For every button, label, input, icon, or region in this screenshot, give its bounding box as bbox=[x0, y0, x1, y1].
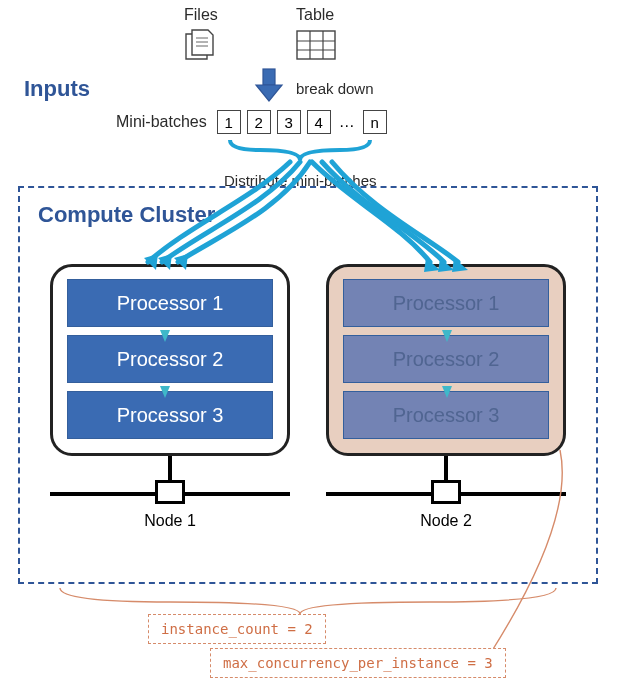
batch-box: 1 bbox=[217, 110, 241, 134]
node-1-label: Node 1 bbox=[50, 512, 290, 530]
compute-cluster-heading: Compute Cluster bbox=[38, 202, 578, 228]
node-2: Processor 1 Processor 2 Processor 3 bbox=[326, 264, 566, 496]
batch-box: 2 bbox=[247, 110, 271, 134]
files-label: Files bbox=[184, 6, 218, 24]
batch-box: 3 bbox=[277, 110, 301, 134]
node-stand bbox=[50, 456, 290, 496]
table-label: Table bbox=[296, 6, 334, 24]
processor-box: Processor 3 bbox=[343, 391, 549, 439]
processor-box: Processor 1 bbox=[343, 279, 549, 327]
break-down-label: break down bbox=[296, 80, 374, 97]
processor-box: Processor 1 bbox=[67, 279, 273, 327]
batch-box: 4 bbox=[307, 110, 331, 134]
table-icon bbox=[296, 30, 336, 60]
batch-box: n bbox=[363, 110, 387, 134]
batch-ellipsis: … bbox=[337, 113, 357, 131]
mini-batches-row: Mini-batches 1 2 3 4 … n bbox=[116, 110, 387, 134]
processor-box: Processor 2 bbox=[343, 335, 549, 383]
max-concurrency-annotation: max_concurrency_per_instance = 3 bbox=[210, 648, 506, 678]
compute-cluster-box: Compute Cluster Processor 1 Processor 2 … bbox=[18, 186, 598, 584]
svg-rect-8 bbox=[263, 69, 275, 85]
processor-stack: Processor 1 Processor 2 Processor 3 bbox=[326, 264, 566, 456]
node-stand bbox=[326, 456, 566, 496]
svg-rect-3 bbox=[297, 31, 335, 59]
node-1: Processor 1 Processor 2 Processor 3 bbox=[50, 264, 290, 496]
svg-marker-9 bbox=[256, 85, 282, 101]
node-2-label: Node 2 bbox=[326, 512, 566, 530]
down-arrow-icon bbox=[252, 67, 286, 103]
processor-stack: Processor 1 Processor 2 Processor 3 bbox=[50, 264, 290, 456]
inputs-heading: Inputs bbox=[24, 76, 90, 102]
processor-box: Processor 2 bbox=[67, 335, 273, 383]
files-icon bbox=[182, 28, 218, 66]
mini-batches-label: Mini-batches bbox=[116, 113, 207, 131]
instance-count-annotation: instance_count = 2 bbox=[148, 614, 326, 644]
processor-box: Processor 3 bbox=[67, 391, 273, 439]
